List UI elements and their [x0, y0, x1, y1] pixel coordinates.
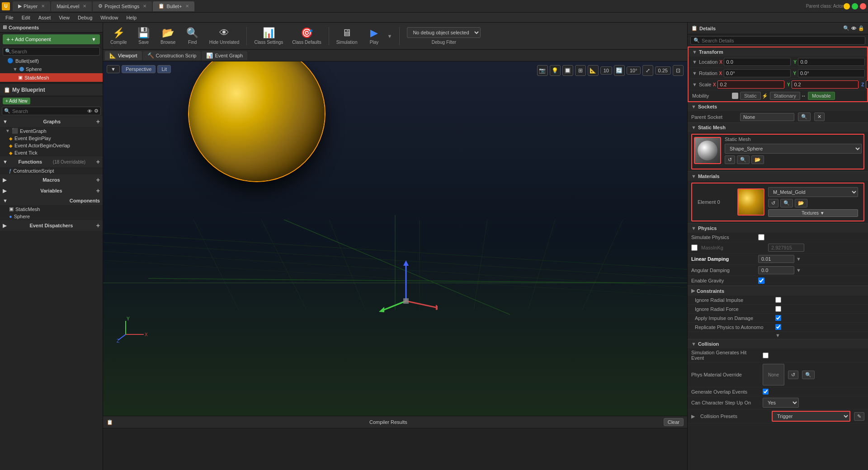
can-character-step-up-select[interactable]: Yes No: [763, 398, 799, 408]
grid-btn[interactable]: ⊞: [575, 65, 586, 76]
title-tab-mainlevel[interactable]: MainLevel ✕: [51, 1, 92, 11]
location-x-input[interactable]: [724, 58, 791, 66]
static-mobility-button[interactable]: Static: [740, 92, 761, 100]
movable-mobility-button[interactable]: Movable: [808, 92, 835, 100]
component-staticmesh[interactable]: ▣ StaticMesh: [0, 73, 103, 82]
compile-button[interactable]: ⚡ Compile: [107, 25, 131, 47]
bp-settings-icon[interactable]: ⚙: [94, 108, 99, 114]
eventgraph-item[interactable]: ▼ ⬛ EventGraph: [0, 127, 103, 135]
player-tab-close[interactable]: ✕: [41, 4, 45, 9]
parent-socket-clear-button[interactable]: ✕: [814, 113, 825, 121]
class-settings-button[interactable]: 📊 Class Settings: [250, 25, 287, 47]
scale-x-input[interactable]: [717, 80, 784, 89]
menu-help[interactable]: Help: [123, 14, 140, 21]
tab-viewport[interactable]: 📐 Viewport: [105, 51, 142, 60]
maximize-btn[interactable]: ⊡: [673, 65, 684, 76]
find-button[interactable]: 🔍 Find: [181, 25, 204, 47]
light-btn[interactable]: 💡: [550, 65, 561, 76]
material-find-button[interactable]: 🔍: [780, 199, 793, 207]
variables-add-button[interactable]: +: [96, 187, 100, 194]
viewport[interactable]: ▼ Perspective Lit 📷 💡 🔲 ⊞ 📐 10 🔄 10° ⤢: [103, 61, 687, 416]
save-button[interactable]: 💾 Save: [132, 25, 155, 47]
bullet-tab-close[interactable]: ✕: [185, 4, 189, 9]
projectsettings-tab-close[interactable]: ✕: [143, 4, 146, 9]
clear-button[interactable]: Clear: [664, 418, 684, 426]
ignore-radial-force-checkbox[interactable]: [775, 306, 781, 312]
close-button[interactable]: [860, 3, 866, 9]
components-sphere-tree[interactable]: ● Sphere: [0, 213, 103, 220]
rotation-y-input[interactable]: [798, 69, 865, 77]
replicate-physics-checkbox[interactable]: [775, 324, 781, 330]
generate-overlap-events-checkbox[interactable]: [763, 389, 769, 395]
materials-section-title[interactable]: ▼ Materials: [688, 172, 868, 181]
add-component-button[interactable]: + + Add Component ▼: [3, 34, 100, 44]
massinkg-input[interactable]: [768, 244, 804, 252]
snap-btn[interactable]: 🔲: [562, 65, 573, 76]
play-button[interactable]: ▶ Play: [363, 25, 386, 47]
title-tab-bullet[interactable]: 📋 Bullet+ ✕: [153, 1, 194, 11]
collision-presets-edit-button[interactable]: ✎: [854, 412, 864, 421]
event-beginplay-item[interactable]: ◆ Event BeginPlay: [0, 135, 103, 142]
bp-search-input[interactable]: [12, 108, 85, 114]
details-search-icon[interactable]: 🔍: [843, 25, 849, 31]
simulation-button[interactable]: 🖥 Simulation: [333, 25, 361, 47]
event-dispatchers-add-button[interactable]: +: [96, 222, 100, 229]
play-dropdown[interactable]: ▼: [387, 33, 392, 39]
material-select[interactable]: M_Metal_Gold: [768, 187, 858, 197]
menu-file[interactable]: File: [2, 14, 17, 21]
title-tab-projectsettings[interactable]: ⚙ Project Settings ✕: [93, 1, 152, 11]
massinkg-checkbox[interactable]: [691, 244, 698, 251]
components-staticmesh-tree[interactable]: ▣ StaticMesh: [0, 205, 103, 213]
linear-damping-stepper[interactable]: ▼: [796, 256, 801, 262]
static-mesh-section-title[interactable]: ▼ Static Mesh: [688, 123, 868, 132]
enable-gravity-checkbox[interactable]: [758, 277, 764, 284]
menu-window[interactable]: Window: [97, 14, 122, 21]
menu-debug[interactable]: Debug: [74, 14, 96, 21]
phys-material-find-button[interactable]: 🔍: [802, 371, 815, 379]
perspective-button[interactable]: Perspective: [122, 65, 156, 73]
tab-construction[interactable]: 🔨 Construction Scrip: [143, 51, 201, 60]
mesh-browse-button[interactable]: 📂: [751, 155, 764, 164]
angular-damping-stepper[interactable]: ▼: [796, 268, 801, 273]
class-defaults-button[interactable]: 🎯 Class Defaults: [288, 25, 325, 47]
browse-button[interactable]: 📂 Browse: [157, 25, 179, 47]
event-tick-item[interactable]: ◆ Event Tick: [0, 149, 103, 156]
transform-section-title[interactable]: ▼ Transform: [689, 47, 867, 56]
location-y-input[interactable]: [798, 58, 865, 66]
construction-script-item[interactable]: ƒ ConstructionScript: [0, 167, 103, 174]
graphs-add-button[interactable]: +: [96, 118, 100, 125]
constraints-section-title[interactable]: ▶ Constraints: [688, 286, 868, 296]
mesh-find-button[interactable]: 🔍: [737, 155, 750, 164]
macros-add-button[interactable]: +: [96, 176, 100, 183]
lit-button[interactable]: Lit: [157, 65, 171, 73]
linear-damping-input[interactable]: [758, 255, 794, 263]
add-new-button[interactable]: + Add New: [3, 98, 30, 104]
title-tab-player[interactable]: ▶ Player ✕: [13, 1, 50, 11]
scroll-down-indicator[interactable]: ▼: [688, 332, 868, 339]
components-search-input[interactable]: [11, 49, 98, 54]
tab-eventgraph[interactable]: 📊 Event Graph: [202, 51, 247, 60]
menu-asset[interactable]: Asset: [35, 14, 55, 21]
phys-material-reset-button[interactable]: ↺: [788, 371, 798, 379]
scale-y-input[interactable]: [792, 80, 859, 89]
angular-damping-input[interactable]: [758, 266, 794, 274]
material-browse-button[interactable]: 📂: [795, 199, 807, 207]
static-mesh-select[interactable]: Shape_Sphere: [725, 144, 862, 154]
surface-snap-btn[interactable]: 📐: [588, 65, 599, 76]
menu-view[interactable]: View: [55, 14, 73, 21]
component-bullet-self[interactable]: 🔵 Bullet(self): [0, 56, 103, 65]
menu-edit[interactable]: Edit: [18, 14, 34, 21]
minimize-button[interactable]: [844, 3, 850, 9]
parent-socket-search-button[interactable]: 🔍: [798, 113, 811, 121]
parent-socket-input[interactable]: [740, 113, 794, 121]
scale-z-input[interactable]: [866, 80, 868, 89]
maximize-button[interactable]: [852, 3, 858, 9]
sockets-section-title[interactable]: ▼ Sockets: [688, 102, 868, 111]
mainlevel-tab-close[interactable]: ✕: [83, 4, 86, 9]
bp-eye-icon[interactable]: 👁: [87, 108, 92, 114]
scale-snap-btn[interactable]: ⤢: [642, 65, 653, 76]
rotation-x-input[interactable]: [724, 69, 791, 77]
simulate-physics-checkbox[interactable]: [758, 234, 764, 240]
event-actoroverlap-item[interactable]: ◆ Event ActorBeginOverlap: [0, 142, 103, 149]
details-search-input[interactable]: [702, 38, 862, 43]
